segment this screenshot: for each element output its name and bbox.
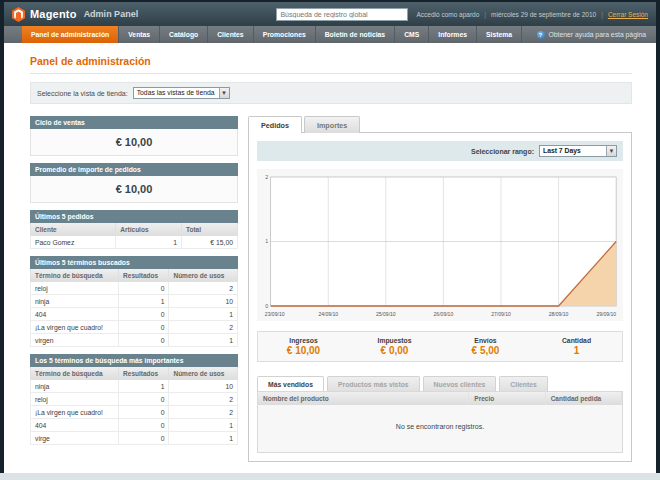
svg-text:28/09/10: 28/09/10 — [549, 311, 569, 317]
stat-label: Ingresos — [258, 337, 349, 344]
search-term-row[interactable]: 40401 — [31, 419, 238, 432]
chevron-down-icon: ▼ — [219, 88, 229, 98]
average-orders-value: € 10,00 — [30, 176, 238, 203]
report-tab[interactable]: Productos más vistos — [327, 376, 420, 391]
orders-panel: Seleccionar rango: Last 7 Days ▼ 01223/0… — [248, 132, 632, 462]
report-tab[interactable]: Más vendidos — [257, 376, 324, 391]
column-header: Cliente — [31, 223, 116, 236]
search-term-row[interactable]: 40401 — [31, 308, 238, 321]
report-tab[interactable]: Nuevos clientes — [423, 376, 497, 391]
global-search-input[interactable] — [276, 8, 408, 21]
help-link[interactable]: ? Obtener ayuda para esta página — [537, 26, 657, 43]
column-header: Cantidad pedida — [545, 392, 621, 405]
column-header: Término de búsqueda — [31, 367, 119, 380]
widget-title: Ciclo de ventas — [30, 116, 238, 129]
search-term-row[interactable]: ninja110 — [31, 295, 238, 308]
stat-label: Impuestos — [349, 337, 440, 344]
logo-text: Magento — [30, 8, 77, 20]
last-search-terms-widget: Últimos 5 términos buscados Término de b… — [30, 256, 238, 347]
orders-area-chart: 01223/09/1024/09/1025/09/1026/09/1027/09… — [259, 171, 621, 319]
search-term-row[interactable]: ¡La virgen que cuadro!02 — [31, 406, 238, 419]
separator: | — [601, 11, 603, 18]
range-label: Seleccionar rango: — [471, 148, 534, 155]
svg-text:29/09/10: 29/09/10 — [596, 311, 616, 317]
magento-logo[interactable]: Magento Admin Panel — [12, 7, 138, 22]
column-header: Término de búsqueda — [31, 269, 119, 282]
column-header: Total — [182, 223, 238, 236]
stat-label: Envíos — [440, 337, 531, 344]
column-header: Nombre del producto — [258, 392, 469, 405]
top-search-terms-widget: Los 5 términos de búsqueda más important… — [30, 354, 238, 445]
svg-text:2: 2 — [265, 174, 268, 180]
stat-value: € 10,00 — [258, 345, 349, 356]
order-row[interactable]: Paco Gomez1€ 15,00 — [31, 236, 238, 249]
store-view-bar: Seleccione la vista de tienda: Todas las… — [30, 82, 632, 104]
nav-item[interactable]: Promociones — [254, 26, 316, 43]
help-link-label: Obtener ayuda para esta página — [549, 31, 647, 38]
widget-title: Últimos 5 pedidos — [30, 210, 238, 223]
stat-value: 1 — [531, 345, 622, 356]
dashboard-tab[interactable]: Importes — [304, 116, 360, 133]
nav-item[interactable]: Clientes — [208, 26, 253, 43]
app-window: Magento Admin Panel Accedió como apardo … — [0, 0, 660, 480]
report-tab[interactable]: Clientes — [499, 376, 547, 391]
logged-in-as: Accedió como apardo — [416, 11, 479, 18]
range-select[interactable]: Last 7 Days ▼ — [539, 145, 617, 157]
svg-text:1: 1 — [265, 238, 268, 244]
orders-chart: 01223/09/1024/09/1025/09/1026/09/1027/09… — [257, 169, 623, 321]
svg-text:26/09/10: 26/09/10 — [434, 311, 454, 317]
search-term-row[interactable]: virgen01 — [31, 334, 238, 347]
nav-item[interactable]: Catálogo — [160, 26, 208, 43]
column-header: Número de usos — [169, 367, 238, 380]
search-term-row[interactable]: virge01 — [31, 432, 238, 445]
stat-item: Ingresos € 10,00 — [258, 337, 349, 356]
dashboard-tab[interactable]: Pedidos — [248, 116, 302, 133]
top-header: Magento Admin Panel Accedió como apardo … — [4, 2, 656, 26]
products-table: Nombre del productoPrecioCantidad pedida… — [257, 391, 623, 453]
logo-subtitle: Admin Panel — [84, 9, 139, 19]
last-orders-widget: Últimos 5 pedidos ClienteArtículosTotal … — [30, 210, 238, 249]
column-header: Resultados — [119, 367, 169, 380]
stat-item: Impuestos € 0,00 — [349, 337, 440, 356]
store-view-select[interactable]: Todas las vistas de tienda ▼ — [133, 87, 230, 99]
help-icon: ? — [537, 31, 545, 39]
current-date: miércoles 29 de septiembre de 2010 — [491, 11, 596, 18]
svg-text:24/09/10: 24/09/10 — [318, 311, 338, 317]
column-header: Número de usos — [169, 269, 238, 282]
search-term-row[interactable]: ¡La virgen que cuadro!02 — [31, 321, 238, 334]
stats-bar: Ingresos € 10,00 Impuestos € 0,00 Envíos… — [257, 331, 623, 362]
svg-text:27/09/10: 27/09/10 — [491, 311, 511, 317]
svg-text:0: 0 — [265, 303, 268, 309]
separator: | — [484, 11, 486, 18]
search-term-row[interactable]: ninja110 — [31, 380, 238, 393]
widget-title: Los 5 términos de búsqueda más important… — [30, 354, 238, 367]
logout-link[interactable]: Cerrar Sesión — [608, 11, 648, 18]
nav-item[interactable]: Panel de administración — [22, 26, 119, 43]
nav-item[interactable]: Sistema — [477, 26, 522, 43]
stat-value: € 5,00 — [440, 345, 531, 356]
store-view-label: Seleccione la vista de tienda: — [37, 90, 128, 97]
nav-item[interactable]: CMS — [395, 26, 429, 43]
svg-text:23/09/10: 23/09/10 — [265, 311, 285, 317]
lifetime-sales-widget: Ciclo de ventas € 10,00 — [30, 116, 238, 156]
nav-item[interactable]: Informes — [429, 26, 477, 43]
stat-value: € 0,00 — [349, 345, 440, 356]
dashboard-left-column: Ciclo de ventas € 10,00 Promedio de impo… — [30, 116, 238, 462]
average-orders-widget: Promedio de importe de pedidos € 10,00 — [30, 163, 238, 203]
range-bar: Seleccionar rango: Last 7 Days ▼ — [257, 141, 623, 161]
chevron-down-icon: ▼ — [606, 146, 616, 156]
page-title: Panel de administración — [30, 51, 632, 74]
nav-item[interactable]: Ventas — [119, 26, 160, 43]
svg-text:25/09/10: 25/09/10 — [376, 311, 396, 317]
admin-page: Magento Admin Panel Accedió como apardo … — [4, 2, 656, 473]
column-header: Artículos — [116, 223, 182, 236]
stat-label: Cantidad — [531, 337, 622, 344]
search-term-row[interactable]: reloj02 — [31, 393, 238, 406]
main-nav: Panel de administraciónVentasCatálogoCli… — [4, 26, 656, 43]
empty-table-message: No se encontraron registros. — [258, 405, 622, 452]
window-bottom-band — [0, 473, 660, 480]
nav-item[interactable]: Boletín de noticias — [316, 26, 395, 43]
search-term-row[interactable]: reloj02 — [31, 282, 238, 295]
lifetime-sales-value: € 10,00 — [30, 129, 238, 156]
dashboard-right-column: PedidosImportes Seleccionar rango: Last … — [248, 116, 632, 462]
